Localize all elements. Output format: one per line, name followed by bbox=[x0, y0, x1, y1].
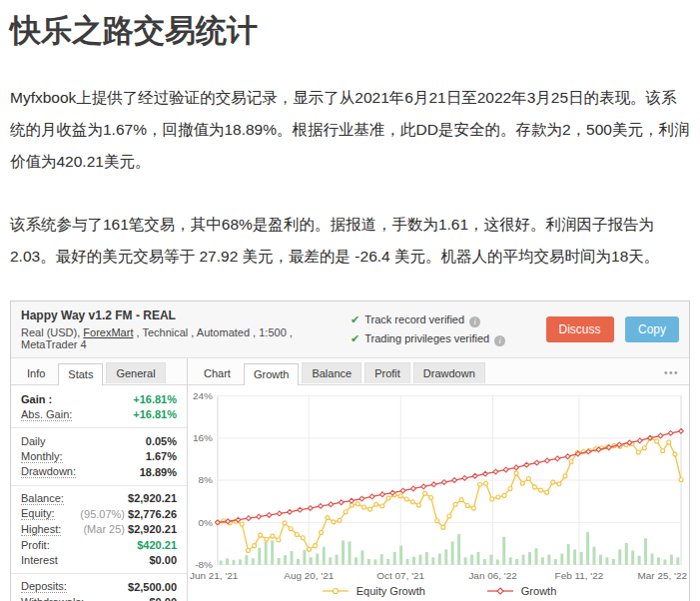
circle-marker-icon bbox=[321, 586, 350, 596]
stat-label: Gain : bbox=[21, 393, 52, 405]
stat-label[interactable]: Withdrawals: bbox=[21, 596, 84, 601]
svg-text:-8%: -8% bbox=[195, 559, 213, 570]
legend-item[interactable]: Growth bbox=[485, 585, 556, 597]
stat-row: Profit:$420.21 bbox=[11, 537, 187, 553]
tab-drawdown[interactable]: Drawdown bbox=[413, 362, 485, 383]
stat-row: Withdrawals:$0.00 bbox=[11, 595, 187, 601]
tab-balance[interactable]: Balance bbox=[302, 362, 361, 383]
widget-body: InfoStatsGeneral Gain :+16.81%Abs. Gain:… bbox=[11, 358, 689, 601]
tab-growth[interactable]: Growth bbox=[244, 363, 299, 385]
system-title: Happy Way v1.2 FM - REAL bbox=[21, 308, 350, 322]
copy-button[interactable]: Copy bbox=[625, 316, 679, 342]
verification-block: ✔Track record verifiedi ✔Trading privile… bbox=[350, 310, 539, 347]
svg-text:24%: 24% bbox=[193, 390, 213, 401]
legend-item[interactable]: Equity Growth bbox=[321, 585, 425, 597]
stat-value: (95.07%) $2,776.26 bbox=[80, 508, 177, 520]
svg-text:0%: 0% bbox=[199, 517, 214, 528]
svg-text:16%: 16% bbox=[193, 432, 213, 443]
info-icon[interactable]: i bbox=[494, 335, 505, 346]
svg-text:Feb 11, '22: Feb 11, '22 bbox=[555, 570, 604, 581]
verification-line: ✔Track record verifiedi bbox=[350, 310, 539, 329]
stats-panel: InfoStatsGeneral Gain :+16.81%Abs. Gain:… bbox=[11, 358, 188, 601]
legend-label: Growth bbox=[521, 585, 556, 597]
stat-label[interactable]: Monthly: bbox=[21, 450, 63, 463]
svg-text:8%: 8% bbox=[199, 475, 214, 486]
tab-info[interactable]: Info bbox=[17, 362, 55, 383]
article-page: 快乐之路交易统计 Myfxbook上提供了经过验证的交易记录，显示了从2021年… bbox=[0, 0, 700, 601]
stat-value: $2,500.00 bbox=[128, 581, 177, 593]
tab-general[interactable]: General bbox=[106, 362, 165, 383]
stat-value: $0.00 bbox=[149, 554, 177, 566]
stat-value: 18.89% bbox=[140, 466, 177, 478]
svg-text:Mar 25, '22: Mar 25, '22 bbox=[638, 570, 688, 581]
subtitle-prefix: Real (USD), bbox=[21, 326, 83, 338]
svg-text:Jun 21, '21: Jun 21, '21 bbox=[190, 570, 239, 581]
page-title: 快乐之路交易统计 bbox=[10, 10, 690, 52]
verification-label: Trading privileges verified bbox=[364, 332, 489, 344]
growth-chart[interactable]: 24%16%8%0%-8%Jun 21, '21Aug 20, '21Oct 0… bbox=[188, 387, 689, 583]
legend-label: Equity Growth bbox=[356, 585, 425, 597]
row-divider bbox=[11, 573, 187, 574]
stat-label[interactable]: Equity: bbox=[21, 507, 55, 520]
row-divider bbox=[11, 485, 187, 486]
stat-row: Abs. Gain:+16.81% bbox=[11, 407, 187, 423]
stat-row: Balance:$2,920.21 bbox=[11, 491, 187, 507]
intro-paragraph-2: 该系统参与了161笔交易，其中68%是盈利的。据报道，手数为1.61，这很好。利… bbox=[10, 209, 690, 273]
check-icon: ✔ bbox=[350, 313, 359, 325]
stat-label: Profit: bbox=[21, 539, 50, 551]
stat-label: Interest bbox=[21, 554, 58, 566]
stat-value: +16.81% bbox=[133, 408, 177, 420]
chart-tabs: ChartGrowthBalanceProfitDrawdown bbox=[194, 362, 488, 384]
stat-label[interactable]: Drawdown: bbox=[21, 465, 76, 478]
stat-label[interactable]: Deposits: bbox=[21, 580, 67, 593]
stats-rows: Gain :+16.81%Abs. Gain:+16.81%Daily0.05%… bbox=[11, 385, 187, 601]
verification-label: Track record verified bbox=[364, 313, 464, 325]
svg-text:Aug 20, '21: Aug 20, '21 bbox=[284, 570, 335, 581]
diamond-marker-icon bbox=[485, 586, 515, 596]
stat-row: Gain :+16.81% bbox=[11, 391, 187, 407]
stat-value: 0.05% bbox=[146, 435, 177, 447]
stat-row: Deposits:$2,500.00 bbox=[11, 579, 187, 595]
stat-value: $420.21 bbox=[137, 539, 177, 551]
stat-value: +16.81% bbox=[133, 393, 177, 405]
stat-row: Monthly:1.67% bbox=[11, 449, 187, 465]
system-subtitle: Real (USD), ForexMart , Technical , Auto… bbox=[21, 326, 350, 350]
info-tab-bar: InfoStatsGeneral bbox=[11, 358, 187, 385]
stat-label[interactable]: Abs. Gain: bbox=[21, 408, 72, 421]
verification-line: ✔Trading privileges verifiedi bbox=[350, 329, 539, 348]
check-icon: ✔ bbox=[350, 332, 359, 344]
chart-menu-icon[interactable]: ••• bbox=[664, 367, 683, 384]
stat-row: Equity:(95.07%) $2,776.26 bbox=[11, 506, 187, 522]
row-divider bbox=[11, 427, 187, 428]
stat-value: (Mar 25) $2,920.21 bbox=[83, 523, 177, 535]
chart-tab-bar: ChartGrowthBalanceProfitDrawdown ••• bbox=[188, 358, 689, 385]
svg-text:Jan 06, '22: Jan 06, '22 bbox=[468, 570, 517, 581]
intro-paragraph-1: Myfxbook上提供了经过验证的交易记录，显示了从2021年6月21日至202… bbox=[10, 82, 690, 179]
stat-label: Daily bbox=[21, 435, 45, 447]
stat-label[interactable]: Highest: bbox=[21, 523, 61, 536]
chart-panel: ChartGrowthBalanceProfitDrawdown ••• 24%… bbox=[188, 358, 689, 601]
stat-value: $0.00 bbox=[149, 596, 177, 601]
system-titles: Happy Way v1.2 FM - REAL Real (USD), For… bbox=[21, 308, 350, 350]
chart-legend: Equity GrowthGrowth bbox=[188, 583, 689, 601]
header-buttons: Discuss Copy bbox=[539, 316, 679, 342]
info-icon[interactable]: i bbox=[469, 316, 480, 327]
discuss-button[interactable]: Discuss bbox=[546, 316, 614, 342]
stat-value: 1.67% bbox=[146, 450, 177, 462]
myfxbook-widget: Happy Way v1.2 FM - REAL Real (USD), For… bbox=[10, 300, 690, 601]
broker-link[interactable]: ForexMart bbox=[83, 326, 133, 338]
stat-row: Drawdown:18.89% bbox=[11, 464, 187, 480]
stat-row: Highest:(Mar 25) $2,920.21 bbox=[11, 522, 187, 538]
widget-header: Happy Way v1.2 FM - REAL Real (USD), For… bbox=[11, 301, 689, 358]
tab-stats[interactable]: Stats bbox=[58, 363, 103, 385]
tab-profit[interactable]: Profit bbox=[364, 362, 410, 383]
tab-chart[interactable]: Chart bbox=[194, 362, 241, 383]
stat-row: Interest$0.00 bbox=[11, 553, 187, 569]
stat-row: Daily0.05% bbox=[11, 433, 187, 449]
svg-text:Oct 07, '21: Oct 07, '21 bbox=[376, 570, 424, 581]
stat-value: $2,920.21 bbox=[128, 492, 177, 504]
stat-label[interactable]: Balance: bbox=[21, 492, 64, 505]
